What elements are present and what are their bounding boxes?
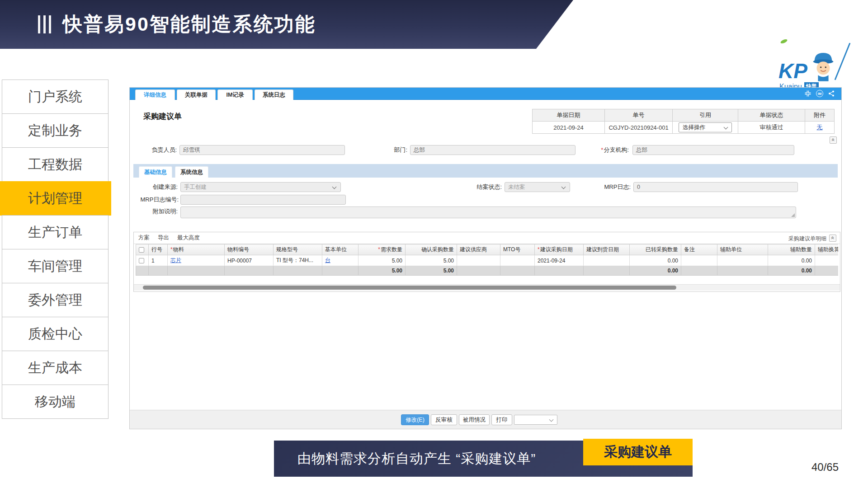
collapse-header-chip[interactable] [830, 136, 837, 144]
tab-detail-info[interactable]: 详细信息 [135, 89, 175, 100]
cell-spec: TI 型号：74H... [274, 255, 322, 266]
col-aux-unit: 辅助单位 [717, 244, 768, 255]
im-icon[interactable]: IM [816, 90, 823, 97]
sidebar-item-cost[interactable]: 生产成本 [2, 351, 108, 385]
slide: 快普易90智能制造系统功能 KP Kuaipu 快普 门户系统 定制业务 工程 [0, 0, 868, 488]
total-qty: 5.00 [359, 266, 406, 276]
col-aux-rate: 辅助换算 [815, 244, 839, 255]
row-checkbox[interactable] [139, 258, 144, 263]
col-material-no: 物料编号 [225, 244, 274, 255]
mrp-log-no-field[interactable] [180, 195, 346, 205]
col-converted-qty: 已转采购数量 [630, 244, 681, 255]
cell-arrive-date [584, 255, 630, 266]
title-bars-icon [38, 15, 51, 33]
app-tabbar: 详细信息 关联单据 IM记录 系统日志 IM [130, 88, 841, 100]
owner-field[interactable]: 邱雪琪 [179, 145, 345, 155]
col-arrive-date: 建议到货日期 [584, 244, 630, 255]
doc-status: 审核通过 [738, 122, 805, 134]
col-line-no: 行号 [149, 244, 168, 255]
tab-system-log[interactable]: 系统日志 [255, 89, 293, 100]
collapse-grid-chip[interactable] [829, 235, 836, 242]
footer-extra-select[interactable] [514, 415, 557, 425]
kuaipu-logo: KP Kuaipu 快普 [778, 42, 868, 85]
tab-related-docs[interactable]: 关联单据 [177, 89, 216, 100]
doc-col-status: 单据状态 [738, 109, 805, 122]
col-mto: MTO号 [500, 244, 535, 255]
attachment-link[interactable]: 无 [817, 124, 823, 131]
subtab-system-info[interactable]: 系统信息 [175, 166, 208, 178]
scrollbar-thumb[interactable] [143, 286, 676, 290]
app-window: 详细信息 关联单据 IM记录 系统日志 IM 采购建议单 单据日期 [129, 87, 842, 429]
sidebar-item-mobile[interactable]: 移动端 [2, 385, 108, 419]
collapse-arrows-icon[interactable] [804, 90, 811, 97]
cell-mto [500, 255, 535, 266]
detail-grid-panel: 方案 导出 最大高度 采购建议单明细 [133, 232, 840, 292]
sidebar-item-engineering[interactable]: 工程数据 [2, 147, 108, 182]
required-star: * [538, 246, 540, 253]
doc-col-ref: 引用 [673, 109, 738, 122]
unapprove-button[interactable]: 反审核 [431, 414, 457, 425]
sidebar-item-custom[interactable]: 定制业务 [2, 113, 108, 148]
select-all-checkbox[interactable] [139, 247, 144, 253]
col-material: *物料 [168, 244, 225, 255]
toolbar-export-button[interactable]: 导出 [158, 234, 169, 242]
share-icon[interactable] [828, 90, 835, 97]
close-status-select[interactable]: 未结案 [505, 182, 570, 192]
cell-confirm-qty: 5.00 [406, 255, 457, 266]
toolbar-max-height-button[interactable]: 最大高度 [177, 234, 200, 242]
col-unit: 基本单位 [322, 244, 359, 255]
note-label: 附加说明: [142, 206, 178, 216]
grid-table-clip: 行号 *物料 物料编号 规格型号 基本单位 *需求数量 确认采购数量 建议供应商… [136, 244, 838, 276]
col-suggest-date: *建议采购日期 [535, 244, 584, 255]
doc-col-date: 单据日期 [533, 109, 605, 122]
branch-field[interactable]: 总部 [632, 145, 794, 155]
required-star: * [601, 146, 603, 153]
logo-slash [835, 43, 851, 80]
mascot-icon [810, 50, 836, 81]
logo-leaf-icon [780, 38, 788, 44]
dept-field[interactable]: 总部 [410, 145, 576, 155]
doc-no: CGJYD-20210924-001 [605, 122, 673, 134]
source-select[interactable]: 手工创建 [180, 182, 341, 192]
doc-date: 2021-09-24 [533, 122, 605, 134]
table-row: 1 芯片 HP-00007 TI 型号：74H... 台 5.00 5.00 2… [136, 255, 839, 266]
subtab-basic-info[interactable]: 基础信息 [139, 166, 172, 178]
sidebar-item-outsourcing[interactable]: 委外管理 [2, 283, 108, 317]
mrp-log-label: MRP日志: [595, 182, 631, 192]
sidebar-item-production-order[interactable]: 生产订单 [2, 215, 108, 249]
total-converted-qty: 0.00 [630, 266, 681, 276]
doc-col-attachment: 附件 [805, 109, 835, 122]
cell-converted-qty: 0.00 [630, 255, 681, 266]
banner-tag: 采购建议单 [583, 439, 693, 465]
material-link[interactable]: 芯片 [170, 257, 181, 263]
unit-link[interactable]: 台 [325, 257, 330, 263]
col-supplier: 建议供应商 [457, 244, 500, 255]
ref-action-select[interactable]: 选择操作 [679, 122, 732, 132]
cell-line-no: 1 [149, 255, 168, 266]
cell-aux-rate [815, 255, 839, 266]
cell-supplier [457, 255, 500, 266]
sidebar-item-quality[interactable]: 质检中心 [2, 317, 108, 351]
horizontal-scrollbar[interactable] [134, 284, 840, 291]
col-aux-qty: 辅助数量 [768, 244, 815, 255]
ref-action-value: 选择操作 [683, 124, 705, 131]
chevron-down-icon [332, 185, 337, 189]
note-textarea[interactable] [180, 206, 796, 218]
sidebar-item-planning-active[interactable]: 计划管理 [0, 181, 111, 216]
usage-button[interactable]: 被用情况 [459, 414, 490, 425]
toolbar-plan-button[interactable]: 方案 [138, 234, 150, 242]
close-status-label: 结案状态: [467, 182, 502, 192]
source-label: 创建来源: [142, 182, 178, 192]
modify-button[interactable]: 修改(E) [401, 414, 429, 425]
doc-col-no: 单号 [605, 109, 673, 122]
mrp-log-field[interactable]: 0 [633, 182, 798, 192]
print-button[interactable]: 打印 [491, 414, 512, 425]
chevron-down-icon [549, 418, 554, 422]
sidebar-item-workshop[interactable]: 车间管理 [2, 249, 108, 283]
col-material-text: 物料 [173, 246, 184, 253]
col-qty-text: 需求数量 [381, 246, 402, 253]
cell-aux-qty: 0.00 [768, 255, 815, 266]
sidebar-item-portal[interactable]: 门户系统 [2, 80, 108, 114]
col-confirm-qty: 确认采购数量 [406, 244, 457, 255]
tab-im-record[interactable]: IM记录 [217, 89, 253, 100]
